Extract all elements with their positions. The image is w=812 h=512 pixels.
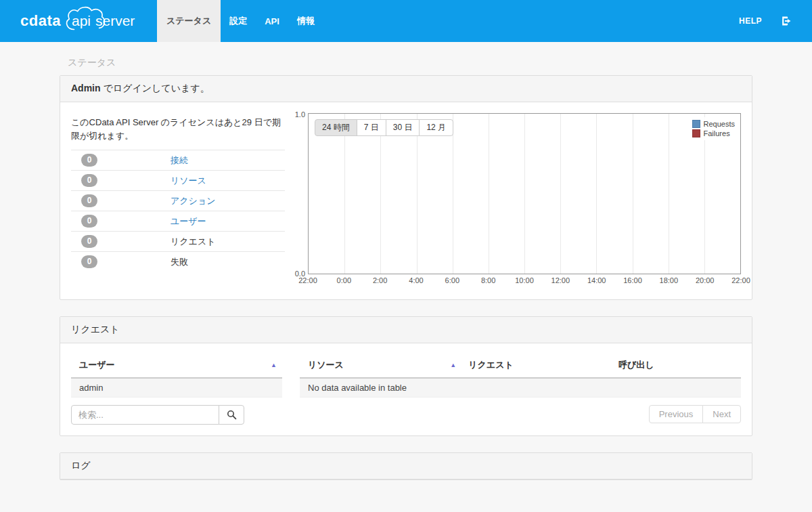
tab-api[interactable]: API — [256, 0, 288, 42]
logged-in-text: でログインしています。 — [101, 83, 210, 93]
logged-in-username: Admin — [71, 83, 101, 93]
empty-table-row: No data available in table — [300, 379, 741, 398]
x-tick: 10:00 — [515, 276, 534, 284]
cdata-api-server-logo: cdata api server — [0, 0, 157, 42]
search-button[interactable] — [219, 405, 244, 425]
requests-table-header: リソース ▲ リクエスト 呼び出し — [300, 354, 741, 379]
users-link[interactable]: ユーザー — [171, 215, 206, 228]
calls-header-label: 呼び出し — [618, 359, 654, 371]
y-tick-max: 1.0 — [295, 110, 305, 119]
status-panel-heading: Admin でログインしています。 — [60, 76, 752, 102]
stat-row-actions: 0 アクション — [71, 190, 285, 211]
logo-api-text: api — [72, 13, 91, 29]
previous-page-button[interactable]: Previous — [649, 405, 704, 423]
help-link[interactable]: HELP — [739, 16, 762, 26]
requests-count-badge: 0 — [81, 235, 97, 248]
breadcrumb: ステータス — [68, 57, 752, 69]
status-panel: Admin でログインしています。 このCData API Server のライ… — [60, 75, 752, 300]
users-table: ユーザー ▲ admin — [71, 354, 282, 425]
x-tick: 20:00 — [696, 276, 715, 284]
traffic-chart: 1.0 0.0 — [285, 113, 741, 289]
log-panel: ログ — [60, 452, 752, 480]
x-tick: 8:00 — [481, 276, 495, 284]
requests-panel-heading: リクエスト — [60, 317, 752, 343]
users-column-header[interactable]: ユーザー ▲ — [71, 354, 282, 379]
logo-server-text: server — [95, 13, 135, 29]
gridline — [669, 114, 669, 274]
requests-table: リソース ▲ リクエスト 呼び出し No data available in t… — [300, 354, 741, 425]
x-tick: 16:00 — [623, 276, 642, 284]
requests-panel-body: ユーザー ▲ admin リソース — [60, 343, 752, 435]
chart-y-axis: 1.0 0.0 — [292, 113, 308, 274]
logout-button[interactable] — [781, 16, 792, 26]
gridline — [344, 114, 345, 274]
tab-settings[interactable]: 設定 — [221, 0, 256, 42]
sort-asc-icon: ▲ — [271, 362, 277, 368]
gridline — [596, 114, 597, 274]
range-24h-button[interactable]: 24 時間 — [315, 119, 357, 136]
chart-plot-area: 24 時間 7 日 30 日 12 月 Requests — [308, 113, 741, 274]
status-summary: このCData API Server のライセンスはあと29 日で期限が切れます… — [71, 113, 285, 289]
requests-stat-label: リクエスト — [171, 236, 216, 248]
search-input[interactable] — [71, 405, 219, 425]
stat-row-resources: 0 リソース — [71, 170, 285, 190]
logo-brand-text: cdata — [20, 12, 61, 30]
resources-link[interactable]: リソース — [171, 175, 206, 187]
x-tick: 14:00 — [587, 276, 606, 284]
legend-requests-label: Requests — [704, 120, 735, 128]
connections-link[interactable]: 接続 — [171, 154, 188, 167]
stat-row-connections: 0 接続 — [71, 150, 285, 170]
stat-row-users: 0 ユーザー — [71, 211, 285, 231]
x-tick: 22:00 — [298, 276, 317, 284]
sort-asc-icon: ▲ — [450, 362, 456, 368]
stat-row-requests: 0 リクエスト — [71, 231, 285, 251]
chart-x-axis: 22:00 0:00 2:00 4:00 6:00 8:00 10:00 12:… — [308, 276, 741, 289]
actions-count-badge: 0 — [81, 194, 97, 207]
x-tick: 18:00 — [660, 276, 679, 284]
legend-failures-label: Failures — [704, 129, 730, 137]
user-search — [71, 405, 244, 425]
legend-failures: Failures — [692, 129, 735, 137]
gridline — [560, 114, 561, 274]
resource-column-header[interactable]: リソース ▲ — [300, 359, 463, 371]
requests-swatch-icon — [692, 120, 700, 128]
tab-status[interactable]: ステータス — [157, 0, 221, 42]
gridline — [633, 114, 633, 274]
user-row-admin[interactable]: admin — [71, 379, 282, 398]
users-header-label: ユーザー — [79, 359, 115, 371]
x-tick: 4:00 — [409, 276, 423, 284]
requests-panel: リクエスト ユーザー ▲ admin — [60, 316, 752, 436]
x-tick: 22:00 — [731, 276, 750, 284]
gridline — [453, 114, 453, 274]
chart-legend: Requests Failures — [690, 117, 737, 140]
log-panel-heading: ログ — [60, 453, 752, 479]
x-tick: 12:00 — [551, 276, 570, 284]
failures-count-badge: 0 — [81, 255, 97, 268]
gridline — [417, 114, 418, 274]
calls-column-header[interactable]: 呼び出し — [613, 359, 741, 371]
pagination: Previous Next — [300, 405, 741, 423]
nav-tabs: ステータス 設定 API 情報 — [157, 0, 323, 42]
stat-row-failures: 0 失敗 — [71, 251, 285, 272]
topbar-right: HELP — [739, 0, 812, 42]
next-page-button[interactable]: Next — [702, 405, 741, 423]
legend-requests: Requests — [692, 120, 735, 128]
status-panel-body: このCData API Server のライセンスはあと29 日で期限が切れます… — [60, 102, 752, 299]
failures-stat-label: 失敗 — [171, 256, 188, 268]
users-count-badge: 0 — [81, 215, 97, 228]
gridline — [489, 114, 489, 274]
actions-link[interactable]: アクション — [171, 195, 216, 207]
request-column-header[interactable]: リクエスト — [463, 359, 613, 371]
license-notice: このCData API Server のライセンスはあと29 日で期限が切れます… — [71, 116, 285, 143]
failures-swatch-icon — [692, 129, 700, 137]
main-content: ステータス Admin でログインしています。 このCData API Serv… — [0, 42, 812, 480]
x-tick: 2:00 — [373, 276, 387, 284]
gridline — [380, 114, 381, 274]
gridline — [524, 114, 525, 274]
tab-info[interactable]: 情報 — [288, 0, 323, 42]
resource-header-label: リソース — [308, 359, 344, 371]
range-12m-button[interactable]: 12 月 — [419, 119, 453, 136]
range-7d-button[interactable]: 7 日 — [357, 119, 386, 136]
x-tick: 6:00 — [445, 276, 459, 284]
range-30d-button[interactable]: 30 日 — [386, 119, 420, 136]
